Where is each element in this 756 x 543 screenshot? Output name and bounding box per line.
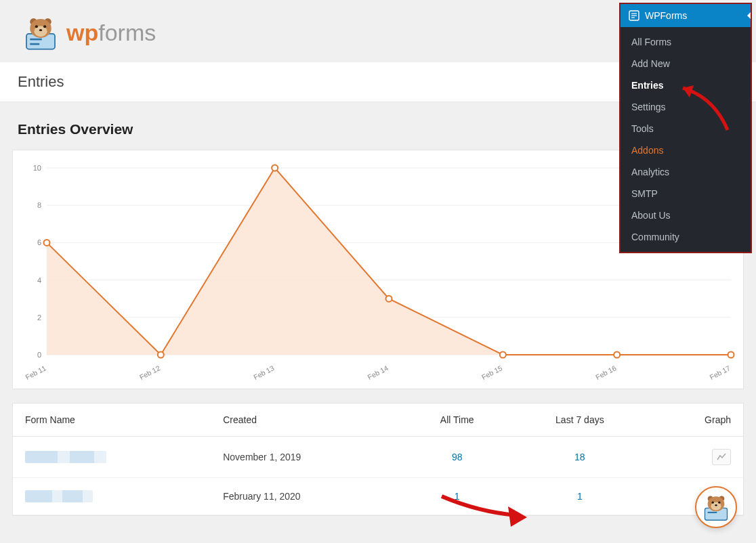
last7-link[interactable]: 18: [574, 452, 585, 462]
svg-point-24: [272, 165, 278, 171]
svg-point-22: [44, 240, 50, 246]
svg-text:8: 8: [37, 201, 41, 209]
svg-point-8: [43, 25, 46, 28]
submenu-item[interactable]: Add New: [621, 53, 751, 74]
svg-point-50: [715, 504, 717, 506]
svg-point-9: [39, 29, 42, 31]
svg-point-7: [35, 25, 38, 28]
created-cell: February 11, 2020: [211, 478, 402, 515]
svg-text:10: 10: [33, 164, 41, 172]
blurred-text: [25, 451, 106, 463]
col-graph[interactable]: Graph: [648, 404, 743, 437]
graph-cell: [648, 437, 743, 478]
svg-point-25: [386, 296, 392, 302]
created-cell: November 1, 2019: [211, 437, 402, 478]
submenu-item[interactable]: Addons: [621, 139, 751, 161]
svg-text:4: 4: [37, 276, 41, 284]
col-form-name[interactable]: Form Name: [13, 404, 211, 437]
svg-point-48: [712, 501, 714, 503]
open-graph-button[interactable]: [712, 449, 731, 465]
submenu-item[interactable]: All Forms: [621, 31, 751, 53]
svg-point-26: [500, 352, 506, 358]
submenu-header[interactable]: WPForms: [621, 4, 751, 27]
bear-icon: [22, 14, 60, 51]
svg-point-28: [728, 352, 734, 358]
svg-text:Feb 14: Feb 14: [366, 364, 390, 381]
arrow-annotation: [438, 494, 532, 532]
col-all-time[interactable]: All Time: [402, 404, 511, 437]
table-row[interactable]: November 1, 2019 98 18: [13, 437, 743, 478]
svg-text:Feb 16: Feb 16: [594, 364, 618, 381]
submenu-title: WPForms: [645, 10, 687, 21]
all-time-link[interactable]: 98: [452, 452, 463, 462]
col-last-7[interactable]: Last 7 days: [511, 404, 648, 437]
submenu-item[interactable]: SMTP: [621, 183, 751, 204]
svg-marker-41: [508, 506, 527, 527]
arrow-annotation: [675, 81, 740, 142]
svg-text:Feb 15: Feb 15: [480, 364, 504, 381]
graph-icon: [717, 453, 726, 461]
entries-table: Form Name Created All Time Last 7 days G…: [12, 403, 744, 516]
all-time-cell: 98: [402, 437, 511, 478]
table-row[interactable]: February 11, 2020 1 1: [13, 478, 743, 515]
svg-text:Feb 17: Feb 17: [708, 364, 732, 381]
last7-link[interactable]: 1: [577, 491, 583, 502]
logo-text: wpforms: [66, 20, 156, 46]
form-name-cell: [13, 437, 211, 478]
bear-icon: [701, 492, 731, 522]
svg-rect-2: [30, 43, 39, 45]
svg-rect-1: [30, 39, 42, 41]
last7-cell: 18: [511, 437, 648, 478]
svg-text:2: 2: [37, 313, 41, 322]
form-icon: [629, 10, 639, 21]
svg-text:Feb 12: Feb 12: [138, 364, 162, 381]
help-bubble[interactable]: [695, 486, 737, 528]
submenu-item[interactable]: Community: [621, 226, 751, 248]
submenu-item[interactable]: Analytics: [621, 161, 751, 183]
table-header-row: Form Name Created All Time Last 7 days G…: [13, 404, 743, 437]
submenu-item[interactable]: About Us: [621, 204, 751, 226]
svg-point-27: [614, 352, 620, 358]
wpforms-logo: wpforms: [22, 14, 156, 51]
svg-text:0: 0: [37, 351, 41, 359]
svg-point-49: [718, 501, 720, 503]
svg-text:6: 6: [37, 238, 41, 246]
blurred-text: [25, 490, 93, 502]
svg-text:Feb 13: Feb 13: [252, 364, 276, 381]
form-name-cell: [13, 478, 211, 515]
col-created[interactable]: Created: [211, 404, 402, 437]
svg-text:Feb 11: Feb 11: [24, 364, 47, 381]
svg-point-23: [158, 352, 164, 358]
svg-rect-43: [708, 512, 717, 513]
